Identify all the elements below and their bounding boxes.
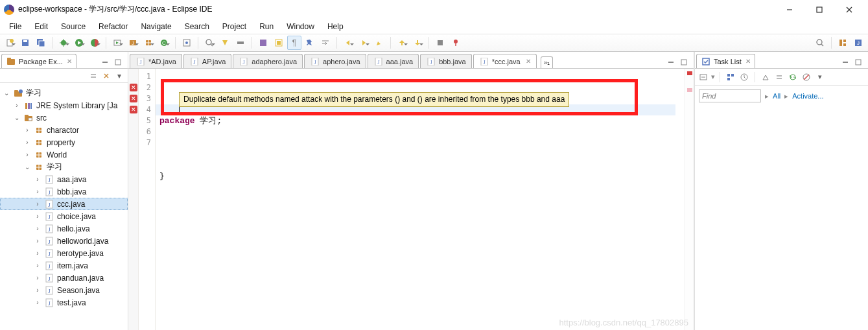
expand-icon[interactable]: › [34,287,41,294]
file-node-9[interactable]: ›JSeason.java [0,284,128,296]
menu-run[interactable]: Run [254,21,279,32]
minimize-view-icon[interactable] [665,56,677,68]
toggle-mark-occ-icon[interactable] [256,36,270,50]
close-icon[interactable]: ✕ [526,58,531,65]
expand-icon[interactable]: › [34,176,41,183]
file-node-7[interactable]: ›Jitem.java [0,259,128,272]
close-icon[interactable]: ✕ [67,58,72,65]
build-icon[interactable] [433,36,447,50]
expand-icon[interactable]: › [34,299,41,307]
src-node[interactable]: ⌄src [0,112,128,124]
expand-icon[interactable]: › [34,188,41,196]
file-node-2[interactable]: ›Jccc.java [0,198,128,210]
project-node[interactable]: ⌄学习 [0,87,128,99]
file-node-5[interactable]: ›Jhelloworld.java [0,235,128,247]
toggle-block-sel-icon[interactable] [272,36,286,50]
collapse-all-icon[interactable] [773,71,785,83]
collapse-all-icon[interactable] [88,70,99,82]
task-list-tab[interactable]: Task List ✕ [696,54,755,68]
error-marker-icon[interactable]: ✕ [130,84,137,91]
save-icon[interactable] [18,36,32,50]
toggle-word-wrap-icon[interactable] [318,36,333,50]
task-activate-link[interactable]: Activate... [792,92,823,100]
menu-project[interactable]: Project [217,21,252,32]
pin-icon[interactable] [449,36,463,50]
menu-refactor[interactable]: Refactor [93,21,133,32]
expand-icon[interactable]: › [23,126,31,134]
package-node-1[interactable]: ›property [0,136,128,148]
quick-access-icon[interactable] [813,36,827,50]
file-node-1[interactable]: ›Jbbb.java [0,185,128,198]
overview-error-marker[interactable] [687,71,692,75]
overview-ruler[interactable] [685,69,694,330]
new-package-icon[interactable] [141,36,156,50]
view-menu-icon[interactable]: ▾ [814,71,826,83]
code-text-area[interactable]: Duplicate default methods named attack w… [156,69,685,330]
synchronize-icon[interactable] [787,71,799,83]
coverage-icon[interactable] [88,36,102,50]
editor-tab-6[interactable]: J*ccc.java✕ [473,54,537,68]
expand-icon[interactable]: › [34,262,41,270]
annotation-ruler[interactable]: ✕✕✕ [128,69,139,330]
prev-annotation-icon[interactable] [395,36,409,50]
editor-tab-1[interactable]: JAP.java [183,54,232,68]
package-node-2[interactable]: ›World [0,148,128,161]
expand-icon[interactable]: › [34,250,41,257]
editor-tab-4[interactable]: Jaaa.java [368,54,419,68]
error-marker-icon[interactable]: ✕ [130,106,137,113]
focus-workweek-icon[interactable] [760,71,771,83]
package-explorer-tab[interactable]: Package Ex... ✕ [1,54,76,68]
overview-marker[interactable] [687,88,692,92]
next-annotation-icon[interactable] [410,36,425,50]
maximize-view-icon[interactable] [112,56,124,68]
menu-window[interactable]: Window [281,21,320,32]
close-icon[interactable]: ✕ [745,58,751,65]
task-find-all-link[interactable]: All [773,92,780,100]
file-node-4[interactable]: ›Jhello.java [0,222,128,235]
expand-icon[interactable]: › [34,237,41,245]
java-perspective-icon[interactable]: J [851,36,865,50]
editor-tab-5[interactable]: Jbbb.java [420,54,472,68]
open-perspective-icon[interactable] [836,36,850,50]
expand-icon[interactable]: › [34,274,41,282]
task-find-input[interactable] [699,89,761,102]
close-button[interactable] [834,0,864,19]
file-node-8[interactable]: ›Jpanduan.java [0,272,128,284]
annotation-icon[interactable] [218,36,232,50]
run-last-icon[interactable] [110,36,124,50]
menu-search[interactable]: Search [180,21,215,32]
expand-icon[interactable]: › [34,213,41,220]
search-icon[interactable] [202,36,217,50]
file-node-3[interactable]: ›Jchoice.java [0,210,128,222]
categorize-icon[interactable] [725,71,736,83]
show-whitespace-icon[interactable]: ¶ [287,36,301,50]
toggle-breadcrumb-icon[interactable] [233,36,248,50]
maximize-view-icon[interactable] [678,56,690,68]
minimize-view-icon[interactable] [839,56,851,68]
expand-icon[interactable]: › [34,225,41,233]
expand-icon[interactable]: › [13,102,21,110]
file-node-6[interactable]: ›Jherotype.java [0,247,128,259]
minimize-view-icon[interactable] [99,56,111,68]
more-tabs-button[interactable]: »₁ [541,56,554,68]
editor-tab-0[interactable]: J*AD.java [130,54,182,68]
save-all-icon[interactable] [34,36,48,50]
link-editor-icon[interactable] [100,70,112,82]
package-node-3[interactable]: ⌄学习 [0,161,128,173]
menu-edit[interactable]: Edit [29,21,53,32]
file-node-10[interactable]: ›Jtest.java [0,296,128,309]
task-find-dropdown-icon[interactable]: ▸ [765,92,769,100]
collapse-icon[interactable]: ⌄ [3,89,10,97]
menu-navigate[interactable]: Navigate [135,21,176,32]
run-icon[interactable] [72,36,86,50]
new-task-icon[interactable] [698,71,709,83]
maximize-view-icon[interactable] [852,56,864,68]
package-node-0[interactable]: ›charactor [0,124,128,136]
expand-icon[interactable]: › [23,139,31,147]
menu-source[interactable]: Source [56,21,91,32]
line-number-gutter[interactable]: 1234567 [139,69,156,330]
maximize-button[interactable] [804,0,834,19]
jre-node[interactable]: ›JRE System Library [Ja [0,99,128,112]
editor-tab-2[interactable]: Jadaphero.java [233,54,303,68]
new-icon[interactable] [3,36,17,50]
